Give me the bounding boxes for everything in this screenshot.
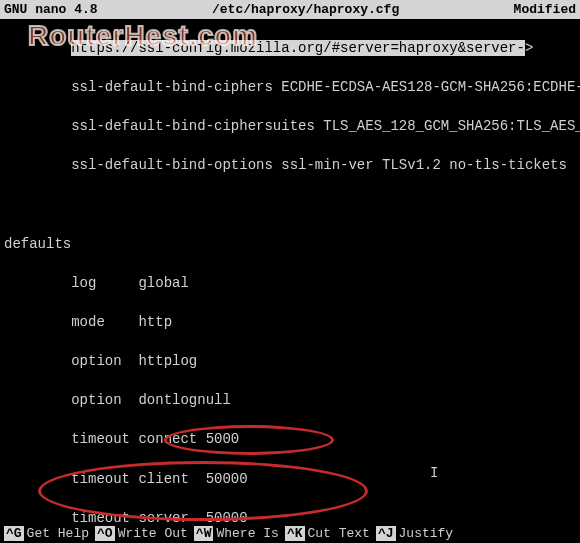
- config-line: mode http: [4, 313, 576, 333]
- editor-content[interactable]: https://ssl-config.mozilla.org/#server=h…: [0, 19, 580, 543]
- config-line: ssl-default-bind-options ssl-min-ver TLS…: [4, 156, 576, 176]
- app-version: GNU nano 4.8: [4, 2, 98, 17]
- config-line: ssl-default-bind-ciphers ECDHE-ECDSA-AES…: [4, 78, 576, 98]
- config-line: option dontlognull: [4, 391, 576, 411]
- defaults-section: defaults: [4, 235, 576, 255]
- modified-indicator: Modified: [514, 2, 576, 17]
- blank-line: [4, 195, 576, 215]
- shortcut-where-is[interactable]: ^WWhere Is: [194, 526, 279, 541]
- shortcut-write-out[interactable]: ^OWrite Out: [95, 526, 188, 541]
- config-line: log global: [4, 274, 576, 294]
- config-line: timeout connect 5000: [4, 430, 576, 450]
- config-line: timeout client 50000: [4, 470, 576, 490]
- nano-shortcuts-bar: ^GGet Help ^OWrite Out ^WWhere Is ^KCut …: [0, 524, 580, 543]
- nano-titlebar: GNU nano 4.8 /etc/haproxy/haproxy.cfg Mo…: [0, 0, 580, 19]
- url-highlight: https://ssl-config.mozilla.org/#server=h…: [71, 40, 525, 56]
- shortcut-justify[interactable]: ^JJustify: [376, 526, 453, 541]
- shortcut-cut-text[interactable]: ^KCut Text: [285, 526, 370, 541]
- config-line: option httplog: [4, 352, 576, 372]
- shortcut-help[interactable]: ^GGet Help: [4, 526, 89, 541]
- config-line: ssl-default-bind-ciphersuites TLS_AES_12…: [4, 117, 576, 137]
- config-line: https://ssl-config.mozilla.org/#server=h…: [4, 39, 576, 59]
- file-path: /etc/haproxy/haproxy.cfg: [212, 2, 399, 17]
- nano-editor: GNU nano 4.8 /etc/haproxy/haproxy.cfg Mo…: [0, 0, 580, 543]
